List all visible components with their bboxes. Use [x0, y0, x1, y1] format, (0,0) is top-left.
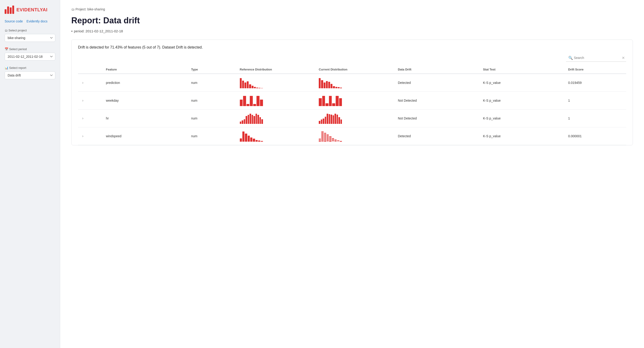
project-section: 🗂 Select project bike-sharing — [5, 29, 55, 42]
breadcrumb: 🗂 Project: bike-sharing — [71, 7, 633, 11]
table-row: ›weekdaynumNot DetectedK-S p_value1 — [78, 92, 626, 110]
project-label: 🗂 Select project — [5, 29, 55, 32]
th-type: Type — [188, 65, 237, 74]
reference-distribution-chart — [237, 127, 316, 145]
table-row: ›hrnumNot DetectedK-S p_value1 — [78, 110, 626, 127]
period-info: period: 2011-02-12_2011-02-18 — [71, 29, 633, 33]
drift-score: 1 — [565, 92, 626, 110]
feature-type: num — [188, 92, 237, 110]
period-select[interactable]: 2011-02-12_2011-02-18 — [5, 53, 55, 61]
expand-button[interactable]: › — [81, 98, 85, 103]
feature-name: windspeed — [103, 127, 188, 145]
data-drift-status: Not Detected — [395, 110, 480, 127]
data-drift-status: Detected — [395, 127, 480, 145]
th-cur-dist: Current Distribution — [316, 65, 395, 74]
expand-button[interactable]: › — [81, 134, 85, 139]
table-row: ›windspeednumDetectedK-S p_value0.000001 — [78, 127, 626, 145]
report-section: 📊 Select report Data drift — [5, 66, 55, 79]
drift-table: Feature Type Reference Distribution Curr… — [78, 65, 626, 145]
feature-name: prediction — [103, 74, 188, 92]
current-distribution-chart — [316, 110, 395, 127]
current-distribution-chart — [316, 92, 395, 110]
logo-bars-icon — [5, 5, 14, 14]
feature-type: num — [188, 74, 237, 92]
search-input[interactable] — [566, 54, 626, 62]
th-feature: Feature — [103, 65, 188, 74]
current-distribution-chart — [316, 127, 395, 145]
stat-test: K-S p_value — [480, 127, 565, 145]
reference-distribution-chart — [237, 110, 316, 127]
report-label: 📊 Select report — [5, 66, 55, 70]
data-drift-status: Detected — [395, 74, 480, 92]
drift-summary-text: Drift is detected for 71.43% of features… — [78, 45, 626, 49]
report-select[interactable]: Data drift — [5, 71, 55, 79]
feature-type: num — [188, 127, 237, 145]
drift-summary-box: Drift is detected for 71.43% of features… — [71, 39, 633, 145]
evidently-docs-link[interactable]: Evidently docs — [26, 19, 48, 23]
th-stat-test: Stat Test — [480, 65, 565, 74]
table-row: ›predictionnumDetectedK-S p_value0.01945… — [78, 74, 626, 92]
period-section: 📅 Select period 2011-02-12_2011-02-18 — [5, 47, 55, 61]
stat-test: K-S p_value — [480, 110, 565, 127]
logo-ai: AI — [42, 7, 48, 12]
drift-score: 0.019459 — [565, 74, 626, 92]
period-label: 📅 Select period — [5, 47, 55, 51]
expand-button[interactable]: › — [81, 80, 85, 85]
th-expand — [78, 65, 103, 74]
th-data-drift: Data Drift — [395, 65, 480, 74]
search-icon: 🔍 — [568, 56, 573, 60]
feature-type: num — [188, 110, 237, 127]
expand-button[interactable]: › — [81, 116, 85, 121]
logo-text: EVIDENTLYAI — [16, 7, 48, 12]
source-code-link[interactable]: Source code — [5, 19, 23, 23]
search-wrapper: 🔍 ✕ — [566, 54, 626, 62]
stat-test: K-S p_value — [480, 74, 565, 92]
project-select[interactable]: bike-sharing — [5, 34, 55, 42]
logo-evidently: EVIDENTLY — [16, 7, 42, 12]
drift-score: 0.000001 — [565, 127, 626, 145]
reference-distribution-chart — [237, 92, 316, 110]
th-drift-score: Drift Score — [565, 65, 626, 74]
feature-name: hr — [103, 110, 188, 127]
search-clear-button[interactable]: ✕ — [622, 56, 625, 60]
data-drift-status: Not Detected — [395, 92, 480, 110]
feature-name: weekday — [103, 92, 188, 110]
logo: EVIDENTLYAI — [5, 5, 55, 14]
stat-test: K-S p_value — [480, 92, 565, 110]
sidebar-links: Source code Evidently docs — [5, 19, 55, 23]
sidebar: EVIDENTLYAI Source code Evidently docs 🗂… — [0, 0, 60, 348]
table-header-row: Feature Type Reference Distribution Curr… — [78, 65, 626, 74]
current-distribution-chart — [316, 74, 395, 92]
main-content: 🗂 Project: bike-sharing Report: Data dri… — [60, 0, 644, 348]
drift-score: 1 — [565, 110, 626, 127]
page-title: Report: Data drift — [71, 16, 633, 25]
reference-distribution-chart — [237, 74, 316, 92]
search-row: 🔍 ✕ — [78, 54, 626, 62]
th-ref-dist: Reference Distribution — [237, 65, 316, 74]
